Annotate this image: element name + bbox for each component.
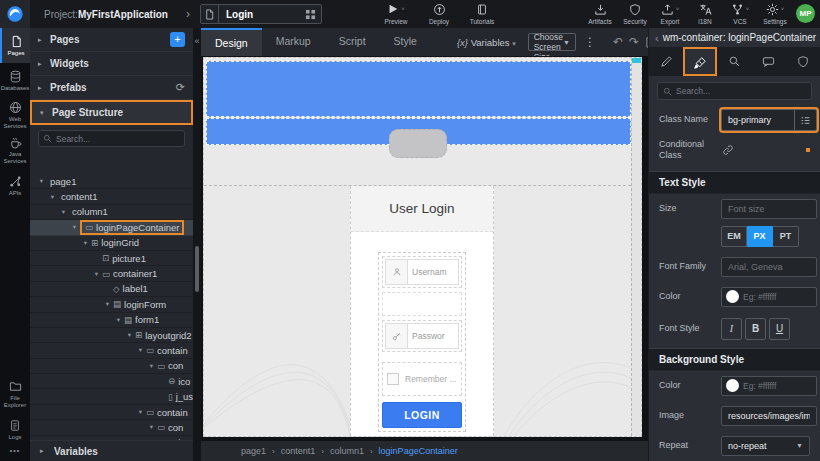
- tab-properties[interactable]: [649, 47, 683, 76]
- export-button[interactable]: ˅Export: [657, 2, 683, 25]
- rail-item-logs[interactable]: Logs: [0, 412, 30, 447]
- rail-item-file-explorer[interactable]: File Explorer: [0, 377, 30, 412]
- unit-em-button[interactable]: EM: [721, 226, 747, 247]
- tab-inspect[interactable]: [717, 47, 751, 76]
- password-input[interactable]: [407, 323, 459, 349]
- breadcrumb-item-page1[interactable]: page1: [241, 446, 266, 456]
- tree-item-ico[interactable]: ⊖ico: [30, 374, 193, 389]
- tab-events[interactable]: [752, 47, 786, 76]
- tutorials-button[interactable]: Tutorials: [469, 2, 495, 25]
- font-color-field[interactable]: [721, 287, 817, 307]
- rail-item-databases[interactable]: Databases: [0, 63, 30, 98]
- tab-style[interactable]: Style: [380, 28, 431, 56]
- tree-item-label1[interactable]: ◇label1: [30, 282, 193, 297]
- bg-color-field[interactable]: [721, 376, 817, 396]
- breadcrumb-item-loginpagecontainer[interactable]: loginPageContainer: [379, 446, 458, 456]
- breadcrumb-item-content1[interactable]: content1: [281, 446, 316, 456]
- tree-item-form1[interactable]: ▾▤form1: [30, 313, 193, 328]
- collapse-left-panel-icon[interactable]: «: [193, 36, 201, 46]
- tree-item-contain[interactable]: ▾▭contain: [30, 343, 193, 358]
- structure-search[interactable]: [38, 130, 185, 147]
- rail-item-apis[interactable]: APIs: [0, 168, 30, 203]
- more-options-icon[interactable]: ⋮: [584, 35, 596, 49]
- tree-item-layoutgrid2[interactable]: ▾⊞layoutgrid2: [30, 328, 193, 343]
- unit-px-button[interactable]: PX: [747, 226, 773, 247]
- rail-item-java-services[interactable]: Java Services: [0, 133, 30, 168]
- add-page-button[interactable]: +: [170, 32, 185, 47]
- tab-markup[interactable]: Markup: [262, 28, 325, 56]
- class-name-field[interactable]: [721, 109, 817, 131]
- section-pages[interactable]: ▸Pages+: [30, 28, 193, 52]
- settings-button[interactable]: ˅Settings: [762, 2, 788, 25]
- rail-item-pages[interactable]: Pages: [0, 28, 30, 63]
- deploy-button[interactable]: Deploy: [426, 2, 452, 25]
- section-prefabs[interactable]: ▸Prefabs⟳: [30, 76, 193, 100]
- breadcrumb-item-column1[interactable]: column1: [330, 446, 364, 456]
- tree-item-column1[interactable]: ▾column1: [30, 205, 193, 220]
- password-row[interactable]: [382, 320, 462, 352]
- structure-search-input[interactable]: [52, 134, 180, 144]
- refresh-icon[interactable]: ⟳: [176, 81, 185, 94]
- inspector-search-input[interactable]: [672, 86, 806, 96]
- tree-item-loginform[interactable]: ▾▤loginForm: [30, 297, 193, 312]
- grid-view-icon[interactable]: [305, 9, 316, 20]
- username-input[interactable]: [407, 259, 459, 285]
- tab-security[interactable]: [786, 47, 820, 76]
- variables-section[interactable]: ▸ Variables: [30, 440, 193, 461]
- inspector-search[interactable]: [657, 82, 812, 100]
- panel-scrollbar[interactable]: «: [193, 28, 201, 461]
- username-row[interactable]: [382, 256, 462, 288]
- unit-pt-button[interactable]: PT: [773, 226, 799, 247]
- bind-link-icon[interactable]: [722, 144, 734, 156]
- underline-button[interactable]: U: [769, 318, 790, 340]
- font-size-input[interactable]: [721, 199, 817, 219]
- tree-item-loginpagecontainer[interactable]: ▾▭loginPageContainer: [30, 220, 193, 235]
- login-button[interactable]: LOGIN: [382, 402, 462, 428]
- avatar[interactable]: MP: [796, 4, 815, 23]
- redo-icon[interactable]: ↷: [629, 35, 639, 49]
- bold-button[interactable]: B: [745, 318, 766, 340]
- scrollbar-thumb[interactable]: [195, 246, 199, 292]
- artifacts-button[interactable]: Artifacts: [587, 2, 613, 25]
- tree-item-j-us[interactable]: ▯j_us: [30, 389, 193, 404]
- vcs-button[interactable]: ˅VCS: [727, 2, 753, 25]
- chevron-left-icon[interactable]: ‹: [655, 32, 659, 44]
- undo-icon[interactable]: ↶: [613, 35, 623, 49]
- tree-item-con[interactable]: ▾▭con: [30, 420, 193, 435]
- login-form[interactable]: Remember ... LOGIN: [378, 252, 466, 432]
- variables-dropdown[interactable]: {x} Variables ▾: [457, 37, 516, 48]
- class-name-input[interactable]: [722, 110, 794, 130]
- tree-item-picture1[interactable]: ⊡picture1: [30, 251, 193, 266]
- canvas-scrollbar[interactable]: [631, 58, 641, 436]
- rail-item-web-services[interactable]: Web Services: [0, 98, 30, 133]
- page-tab[interactable]: Login: [200, 4, 322, 24]
- class-list-icon[interactable]: [794, 110, 816, 130]
- remember-me-row[interactable]: Remember ...: [382, 362, 462, 396]
- color-swatch[interactable]: [726, 290, 739, 303]
- tree-item-container1[interactable]: ▾▭container1: [30, 266, 193, 281]
- tab-script[interactable]: Script: [325, 28, 380, 56]
- wavemaker-logo-icon[interactable]: [0, 0, 30, 28]
- tab-design[interactable]: Design: [201, 28, 262, 56]
- tree-item-logingrid[interactable]: ▾⊞loginGrid: [30, 236, 193, 251]
- bg-color-input[interactable]: [743, 381, 816, 391]
- section-widgets[interactable]: ▸Widgets: [30, 52, 193, 76]
- tree-item-con[interactable]: ▾▭con: [30, 359, 193, 374]
- italic-button[interactable]: I: [721, 318, 742, 340]
- section-page-structure[interactable]: ▾Page Structure: [30, 100, 193, 125]
- bg-image-input[interactable]: [721, 406, 817, 426]
- preview-button[interactable]: ˅Preview: [383, 2, 409, 25]
- remember-checkbox[interactable]: [387, 373, 399, 385]
- login-card[interactable]: User Login: [350, 186, 494, 436]
- tree-item-content1[interactable]: ▾content1: [30, 189, 193, 204]
- rail-more-icon[interactable]: •••: [0, 447, 30, 457]
- font-color-input[interactable]: [743, 292, 816, 302]
- page-canvas[interactable]: User Login: [203, 57, 642, 437]
- color-swatch[interactable]: [726, 379, 739, 392]
- tree-item-page1[interactable]: ▾page1: [30, 174, 193, 189]
- bg-repeat-select[interactable]: no-repeat ▼: [721, 436, 810, 456]
- tree-item-contain[interactable]: ▾▭contain: [30, 405, 193, 420]
- screen-size-select[interactable]: -- Choose Screen Size -- ▼: [528, 33, 576, 51]
- i18n-button[interactable]: i18N: [692, 2, 718, 25]
- security-button[interactable]: Security: [622, 2, 648, 25]
